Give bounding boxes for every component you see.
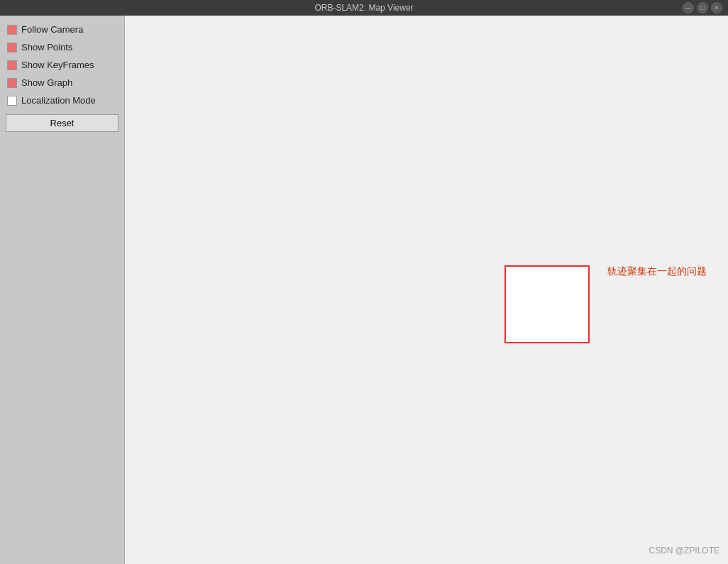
sidebar: Follow Camera Show Points Show KeyFrames… <box>0 16 125 564</box>
follow-camera-checkbox[interactable] <box>7 25 17 35</box>
show-graph-label: Show Graph <box>21 77 72 88</box>
viewer-area[interactable]: 轨迹聚集在一起的问题 CSDN @ZPILOTE <box>125 16 728 564</box>
show-graph-checkbox[interactable] <box>7 78 17 88</box>
annotation-box <box>504 265 590 343</box>
show-points-checkbox[interactable] <box>7 43 17 52</box>
show-keyframes-label: Show KeyFrames <box>21 60 94 70</box>
close-button[interactable]: × <box>711 2 722 13</box>
title-bar-title: ORB-SLAM2: Map Viewer <box>314 3 413 13</box>
follow-camera-label: Follow Camera <box>21 24 83 35</box>
show-keyframes-row[interactable]: Show KeyFrames <box>3 57 121 73</box>
annotation-text: 轨迹聚集在一起的问题 <box>607 265 707 278</box>
title-bar: ORB-SLAM2: Map Viewer ─ □ × <box>0 0 728 16</box>
reset-button[interactable]: Reset <box>6 114 118 132</box>
show-points-label: Show Points <box>21 42 72 52</box>
follow-camera-row[interactable]: Follow Camera <box>3 21 121 38</box>
show-points-row[interactable]: Show Points <box>3 39 121 55</box>
title-bar-controls: ─ □ × <box>683 2 722 13</box>
show-graph-row[interactable]: Show Graph <box>3 74 121 91</box>
localization-mode-checkbox[interactable] <box>7 96 17 106</box>
localization-mode-row[interactable]: Localization Mode <box>3 92 121 109</box>
localization-mode-label: Localization Mode <box>21 95 96 106</box>
watermark: CSDN @ZPILOTE <box>649 546 719 555</box>
minimize-button[interactable]: ─ <box>683 2 694 13</box>
maximize-button[interactable]: □ <box>697 2 708 13</box>
show-keyframes-checkbox[interactable] <box>7 60 17 70</box>
main-content: Follow Camera Show Points Show KeyFrames… <box>0 16 728 564</box>
